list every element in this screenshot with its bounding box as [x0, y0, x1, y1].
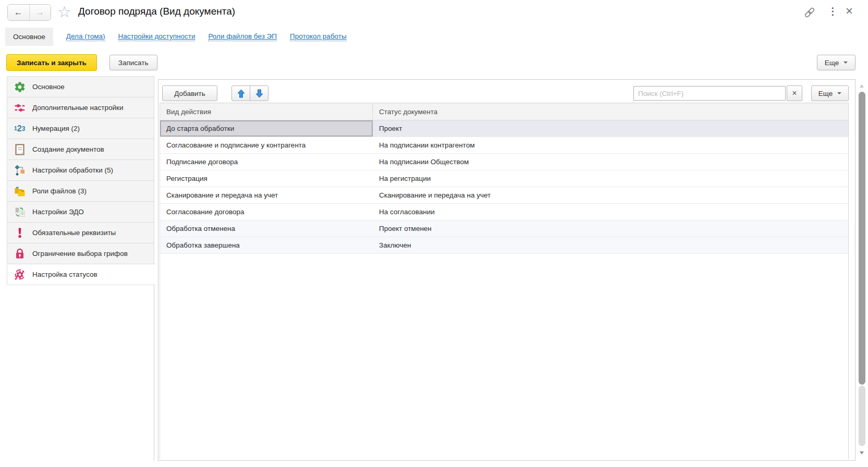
cell-action[interactable]: Подписание договора — [160, 154, 373, 170]
add-button[interactable]: Добавить — [162, 85, 217, 101]
numbers-123-icon: 123 — [13, 125, 27, 133]
arrow-down-icon — [255, 89, 263, 98]
sidebar-item-numbering[interactable]: 123 Нумерация (2) — [7, 118, 154, 139]
cell-status[interactable]: На подписании контрагентом — [373, 137, 848, 153]
scrollbar-thumb[interactable] — [859, 92, 865, 385]
sidebar-item-edo-settings[interactable]: Настройки ЭДО — [7, 201, 154, 223]
cell-action-selected[interactable]: До старта обработки — [160, 120, 373, 137]
nav-history-group: ← → — [7, 4, 51, 21]
table-row[interactable]: Сканирование и передача на учет Сканиров… — [160, 187, 848, 204]
sidebar-item-file-roles[interactable]: Роли файлов (3) — [7, 180, 154, 202]
cell-status[interactable]: На подписании Обществом — [373, 154, 848, 170]
arrow-up-icon — [237, 89, 245, 98]
more-button-label: Еще — [818, 90, 833, 97]
command-bar: Записать и закрыть Записать — [6, 54, 157, 71]
tabs-bar: Основное Дела (тома) Настройки доступнос… — [5, 27, 347, 46]
search-input[interactable] — [633, 86, 786, 101]
table-row[interactable]: Согласование и подписание у контрагента … — [160, 137, 848, 154]
sidebar-item-label: Дополнительные настройки — [32, 104, 124, 112]
tab-main[interactable]: Основное — [5, 28, 53, 46]
cell-status[interactable]: На регистрации — [373, 170, 848, 187]
table-row[interactable]: Регистрация На регистрации — [160, 170, 848, 187]
page-title: Договор подряда (Вид документа) — [78, 6, 235, 17]
chevron-down-icon — [837, 92, 841, 94]
cell-action[interactable]: Согласование и подписание у контрагента — [160, 137, 373, 153]
cell-action[interactable]: Обработка завершена — [160, 237, 373, 253]
tab-link-file-roles[interactable]: Роли файлов без ЭП — [208, 32, 277, 41]
sidebar-item-status-settings[interactable]: Настройка статусов — [7, 264, 155, 285]
edo-exchange-icon — [13, 206, 27, 218]
lock-icon — [13, 248, 27, 260]
move-down-button[interactable] — [250, 85, 268, 101]
gear-green-icon — [13, 81, 27, 93]
close-icon[interactable]: × — [846, 4, 853, 18]
sidebar-item-processing-settings[interactable]: Настройки обработки (5) — [7, 159, 154, 181]
sidebar-item-label: Обязательные реквизиты — [32, 229, 116, 237]
sidebar-item-stamp-restriction[interactable]: Ограничение выбора грифов — [7, 243, 154, 264]
sidebar-item-document-creation[interactable]: Создание документов — [7, 139, 154, 160]
sidebar-item-main[interactable]: Основное — [7, 76, 154, 97]
forward-button[interactable]: → — [29, 5, 51, 20]
column-header-action[interactable]: Вид действия — [160, 103, 373, 120]
sliders-icon — [13, 102, 27, 114]
search-area: × Еще — [633, 85, 849, 101]
sidebar-item-label: Роли файлов (3) — [32, 187, 87, 195]
save-and-close-button[interactable]: Записать и закрыть — [6, 54, 97, 71]
table-header: Вид действия Статус документа — [160, 103, 848, 120]
table-row[interactable]: До старта обработки Проект — [160, 120, 848, 137]
column-header-status[interactable]: Статус документа — [373, 103, 848, 120]
scroll-up-icon[interactable] — [860, 84, 864, 88]
favorite-star-icon[interactable]: ☆ — [57, 3, 71, 21]
table-row[interactable]: Согласование договора На согласовании — [160, 204, 848, 220]
cell-status[interactable]: Заключен — [373, 237, 848, 253]
chevron-down-icon — [843, 62, 848, 64]
more-button-top[interactable]: Еще — [817, 55, 855, 70]
back-button[interactable]: ← — [8, 5, 29, 20]
cell-action[interactable]: Обработка отменена — [160, 220, 373, 237]
document-icon — [13, 143, 27, 156]
sidebar-item-label: Настройки обработки (5) — [32, 166, 113, 174]
cell-status[interactable]: На согласовании — [373, 204, 848, 220]
exclamation-icon — [13, 227, 27, 239]
table-row[interactable]: Обработка отменена Проект отменен — [160, 220, 848, 237]
cell-status[interactable]: Проект — [373, 120, 848, 137]
cell-status[interactable]: Проект отменен — [373, 220, 848, 237]
tab-link-access-settings[interactable]: Настройки доступности — [118, 32, 195, 41]
sidebar-item-label: Ограничение выбора грифов — [32, 250, 128, 257]
get-link-icon[interactable] — [803, 6, 816, 21]
status-table: Вид действия Статус документа До старта … — [160, 103, 849, 459]
tab-link-work-log[interactable]: Протокол работы — [290, 32, 347, 41]
sidebar-item-label: Нумерация (2) — [32, 125, 80, 132]
sidebar: Основное Дополнительные настройки 123 Ну… — [7, 76, 154, 285]
folders-icon — [13, 185, 27, 198]
move-up-button[interactable] — [231, 85, 250, 101]
sidebar-item-additional-settings[interactable]: Дополнительные настройки — [7, 97, 154, 118]
more-menu-icon[interactable]: ⋮ — [828, 5, 838, 17]
status-gear-icon — [13, 268, 27, 281]
vertical-scrollbar — [858, 82, 866, 459]
save-button[interactable]: Записать — [109, 55, 157, 70]
scroll-down-icon[interactable] — [860, 451, 864, 454]
sidebar-item-required-attributes[interactable]: Обязательные реквизиты — [7, 222, 154, 243]
cell-action[interactable]: Сканирование и передача на учет — [160, 187, 373, 203]
sidebar-item-label: Создание документов — [32, 145, 104, 153]
sidebar-item-label: Основное — [32, 83, 65, 91]
move-buttons-group — [231, 85, 268, 101]
flowchart-icon — [13, 164, 27, 177]
sidebar-item-label: Настройка статусов — [32, 271, 97, 278]
more-button-table[interactable]: Еще — [811, 85, 849, 101]
table-row[interactable]: Подписание договора На подписании Общест… — [160, 154, 848, 170]
scrollbar-track[interactable] — [859, 386, 865, 446]
sidebar-item-label: Настройки ЭДО — [32, 208, 84, 216]
status-settings-panel: Добавить × Еще Вид действия Статус докум… — [158, 79, 855, 461]
search-clear-button[interactable]: × — [787, 85, 802, 101]
more-button-label: Еще — [825, 59, 839, 67]
cell-action[interactable]: Согласование договора — [160, 204, 373, 220]
cell-status[interactable]: Сканирование и передача на учет — [373, 187, 848, 203]
tab-link-cases[interactable]: Дела (тома) — [66, 32, 105, 41]
table-row[interactable]: Обработка завершена Заключен — [160, 237, 848, 254]
cell-action[interactable]: Регистрация — [160, 170, 373, 187]
